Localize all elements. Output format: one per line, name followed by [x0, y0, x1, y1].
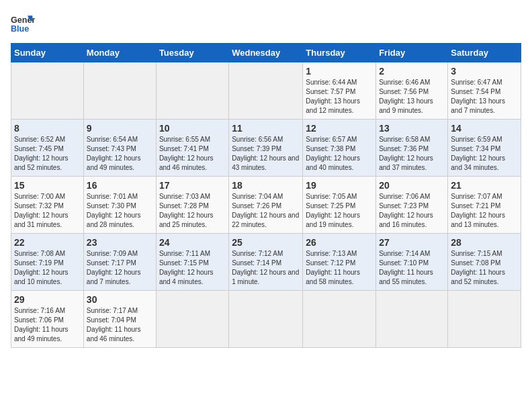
- calendar-cell: 24 Sunrise: 7:11 AM Sunset: 7:15 PM Dayl…: [156, 234, 228, 291]
- day-info: Sunrise: 6:58 AM Sunset: 7:36 PM Dayligh…: [379, 135, 445, 173]
- day-info: Sunrise: 7:00 AM Sunset: 7:32 PM Dayligh…: [14, 192, 81, 230]
- page-header: General Blue: [11, 11, 521, 35]
- day-info: Sunrise: 7:04 AM Sunset: 7:26 PM Dayligh…: [232, 192, 300, 230]
- day-number: 17: [159, 180, 226, 191]
- day-info: Sunrise: 7:16 AM Sunset: 7:06 PM Dayligh…: [14, 306, 81, 344]
- calendar-cell: [376, 291, 448, 348]
- week-row-4: 22 Sunrise: 7:08 AM Sunset: 7:19 PM Dayl…: [11, 234, 521, 291]
- week-row-3: 15 Sunrise: 7:00 AM Sunset: 7:32 PM Dayl…: [11, 177, 521, 234]
- week-row-5: 29 Sunrise: 7:16 AM Sunset: 7:06 PM Dayl…: [11, 291, 521, 348]
- calendar-cell: 2 Sunrise: 6:46 AM Sunset: 7:56 PM Dayli…: [376, 62, 448, 120]
- calendar-cell: [11, 62, 84, 120]
- day-info: Sunrise: 7:05 AM Sunset: 7:25 PM Dayligh…: [306, 192, 373, 230]
- calendar-cell: [83, 62, 156, 120]
- header-sunday: Sunday: [11, 44, 84, 62]
- day-number: 15: [14, 180, 81, 191]
- calendar-cell: 17 Sunrise: 7:03 AM Sunset: 7:28 PM Dayl…: [156, 177, 228, 234]
- calendar-cell: 14 Sunrise: 6:59 AM Sunset: 7:34 PM Dayl…: [448, 120, 521, 177]
- day-number: 19: [306, 180, 373, 191]
- day-info: Sunrise: 7:12 AM Sunset: 7:14 PM Dayligh…: [232, 249, 300, 287]
- day-info: Sunrise: 6:52 AM Sunset: 7:45 PM Dayligh…: [14, 135, 81, 173]
- day-number: 26: [306, 237, 373, 248]
- calendar-cell: [303, 291, 376, 348]
- calendar-cell: 22 Sunrise: 7:08 AM Sunset: 7:19 PM Dayl…: [11, 234, 84, 291]
- day-info: Sunrise: 7:01 AM Sunset: 7:30 PM Dayligh…: [87, 192, 153, 230]
- svg-text:Blue: Blue: [11, 24, 29, 34]
- calendar-cell: 12 Sunrise: 6:57 AM Sunset: 7:38 PM Dayl…: [303, 120, 376, 177]
- calendar-cell: 23 Sunrise: 7:09 AM Sunset: 7:17 PM Dayl…: [83, 234, 156, 291]
- day-number: 12: [306, 123, 373, 134]
- day-number: 23: [87, 237, 153, 248]
- day-info: Sunrise: 7:13 AM Sunset: 7:12 PM Dayligh…: [306, 249, 373, 287]
- calendar-cell: [229, 62, 303, 120]
- day-info: Sunrise: 6:55 AM Sunset: 7:41 PM Dayligh…: [159, 135, 226, 173]
- calendar-cell: 25 Sunrise: 7:12 AM Sunset: 7:14 PM Dayl…: [229, 234, 303, 291]
- calendar-cell: 26 Sunrise: 7:13 AM Sunset: 7:12 PM Dayl…: [303, 234, 376, 291]
- calendar-cell: 19 Sunrise: 7:05 AM Sunset: 7:25 PM Dayl…: [303, 177, 376, 234]
- week-row-2: 8 Sunrise: 6:52 AM Sunset: 7:45 PM Dayli…: [11, 120, 521, 177]
- day-info: Sunrise: 6:56 AM Sunset: 7:39 PM Dayligh…: [232, 135, 300, 173]
- calendar-cell: 1 Sunrise: 6:44 AM Sunset: 7:57 PM Dayli…: [303, 62, 376, 120]
- calendar-cell: 13 Sunrise: 6:58 AM Sunset: 7:36 PM Dayl…: [376, 120, 448, 177]
- calendar-cell: 20 Sunrise: 7:06 AM Sunset: 7:23 PM Dayl…: [376, 177, 448, 234]
- header-tuesday: Tuesday: [156, 44, 228, 62]
- header-thursday: Thursday: [303, 44, 376, 62]
- calendar-cell: 15 Sunrise: 7:00 AM Sunset: 7:32 PM Dayl…: [11, 177, 84, 234]
- calendar-cell: 16 Sunrise: 7:01 AM Sunset: 7:30 PM Dayl…: [83, 177, 156, 234]
- day-info: Sunrise: 6:57 AM Sunset: 7:38 PM Dayligh…: [306, 135, 373, 173]
- day-number: 24: [159, 237, 226, 248]
- day-number: 29: [14, 294, 81, 305]
- day-info: Sunrise: 7:15 AM Sunset: 7:08 PM Dayligh…: [451, 249, 518, 287]
- logo-icon: General Blue: [11, 11, 35, 35]
- day-info: Sunrise: 7:06 AM Sunset: 7:23 PM Dayligh…: [379, 192, 445, 230]
- day-info: Sunrise: 7:07 AM Sunset: 7:21 PM Dayligh…: [451, 192, 518, 230]
- day-info: Sunrise: 6:47 AM Sunset: 7:54 PM Dayligh…: [451, 78, 518, 116]
- calendar-table: SundayMondayTuesdayWednesdayThursdayFrid…: [11, 43, 521, 348]
- day-number: 30: [87, 294, 153, 305]
- day-info: Sunrise: 6:59 AM Sunset: 7:34 PM Dayligh…: [451, 135, 518, 173]
- calendar-cell: 3 Sunrise: 6:47 AM Sunset: 7:54 PM Dayli…: [448, 62, 521, 120]
- calendar-cell: 27 Sunrise: 7:14 AM Sunset: 7:10 PM Dayl…: [376, 234, 448, 291]
- day-number: 16: [87, 180, 153, 191]
- day-info: Sunrise: 6:54 AM Sunset: 7:43 PM Dayligh…: [87, 135, 153, 173]
- calendar-cell: [448, 291, 521, 348]
- calendar-cell: 9 Sunrise: 6:54 AM Sunset: 7:43 PM Dayli…: [83, 120, 156, 177]
- day-info: Sunrise: 7:14 AM Sunset: 7:10 PM Dayligh…: [379, 249, 445, 287]
- day-number: 3: [451, 66, 518, 77]
- day-number: 21: [451, 180, 518, 191]
- week-row-1: 1 Sunrise: 6:44 AM Sunset: 7:57 PM Dayli…: [11, 62, 521, 120]
- calendar-cell: 21 Sunrise: 7:07 AM Sunset: 7:21 PM Dayl…: [448, 177, 521, 234]
- day-number: 27: [379, 237, 445, 248]
- header-friday: Friday: [376, 44, 448, 62]
- day-number: 11: [232, 123, 300, 134]
- day-number: 22: [14, 237, 81, 248]
- calendar-cell: [156, 291, 228, 348]
- calendar-cell: 30 Sunrise: 7:17 AM Sunset: 7:04 PM Dayl…: [83, 291, 156, 348]
- day-number: 14: [451, 123, 518, 134]
- calendar-cell: 8 Sunrise: 6:52 AM Sunset: 7:45 PM Dayli…: [11, 120, 84, 177]
- day-number: 25: [232, 237, 300, 248]
- calendar-cell: 10 Sunrise: 6:55 AM Sunset: 7:41 PM Dayl…: [156, 120, 228, 177]
- calendar-header-row: SundayMondayTuesdayWednesdayThursdayFrid…: [11, 44, 521, 62]
- day-number: 10: [159, 123, 226, 134]
- day-number: 1: [306, 66, 373, 77]
- calendar-cell: 18 Sunrise: 7:04 AM Sunset: 7:26 PM Dayl…: [229, 177, 303, 234]
- day-info: Sunrise: 6:46 AM Sunset: 7:56 PM Dayligh…: [379, 78, 445, 116]
- day-number: 8: [14, 123, 81, 134]
- calendar-cell: [229, 291, 303, 348]
- day-number: 9: [87, 123, 153, 134]
- day-number: 13: [379, 123, 445, 134]
- calendar-cell: 29 Sunrise: 7:16 AM Sunset: 7:06 PM Dayl…: [11, 291, 84, 348]
- day-info: Sunrise: 7:03 AM Sunset: 7:28 PM Dayligh…: [159, 192, 226, 230]
- day-info: Sunrise: 7:11 AM Sunset: 7:15 PM Dayligh…: [159, 249, 226, 287]
- day-info: Sunrise: 6:44 AM Sunset: 7:57 PM Dayligh…: [306, 78, 373, 116]
- header-wednesday: Wednesday: [229, 44, 303, 62]
- day-number: 18: [232, 180, 300, 191]
- day-info: Sunrise: 7:08 AM Sunset: 7:19 PM Dayligh…: [14, 249, 81, 287]
- logo: General Blue: [11, 11, 38, 35]
- day-number: 28: [451, 237, 518, 248]
- day-info: Sunrise: 7:09 AM Sunset: 7:17 PM Dayligh…: [87, 249, 153, 287]
- day-number: 20: [379, 180, 445, 191]
- calendar-cell: [156, 62, 228, 120]
- header-saturday: Saturday: [448, 44, 521, 62]
